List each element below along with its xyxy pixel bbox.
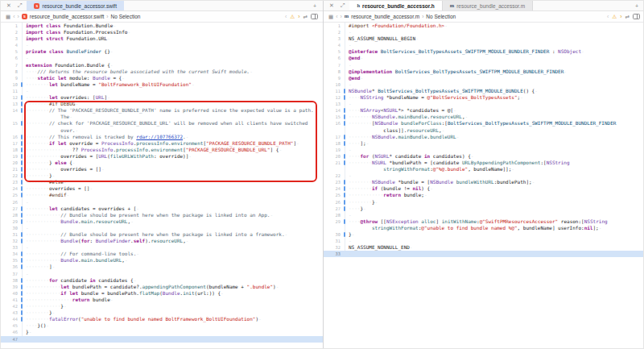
- code-line[interactable]: 18················?? ProcessInfo.process…: [1, 147, 323, 153]
- code-line[interactable]: 25············return bundle;-: [324, 192, 644, 198]
- code-line[interactable]: 5private class BundleFinder {}-: [1, 48, 323, 55]
- code-line[interactable]: 26-: [1, 199, 323, 206]
- code-editor-swift[interactable]: 1import class Foundation.Bundle-2import …: [1, 23, 323, 348]
- code-line[interactable]: 20········} else {-: [1, 160, 323, 166]
- adjust-editor-options-icon[interactable]: [311, 14, 318, 19]
- related-items-icon[interactable]: ▦: [6, 14, 10, 20]
- code-line[interactable]: 3import struct Foundation.URL-: [1, 35, 323, 42]
- back-icon[interactable]: ‹: [336, 14, 337, 19]
- code-line[interactable]: 16········// This removal is tracked by …: [1, 134, 323, 140]
- breadcrumb-file[interactable]: resource_bundle_accessor.swift: [30, 14, 105, 19]
- code-line[interactable]: 31-: [324, 238, 644, 244]
- code-line[interactable]: 13-: [324, 101, 644, 107]
- code-line[interactable]: 21············overrides = []-: [1, 166, 323, 172]
- code-line[interactable]: 17········if let override = ProcessInfo.…: [1, 140, 323, 147]
- code-line[interactable]: 32············Bundle(for: BundleFinder.s…: [1, 238, 323, 244]
- back-icon[interactable]: ‹: [13, 14, 14, 19]
- code-line[interactable]: 2import class Foundation.ProcessInfo-: [1, 29, 323, 35]
- forward-icon[interactable]: ›: [341, 14, 342, 19]
- code-line[interactable]: 30-: [1, 225, 323, 231]
- code-line[interactable]: 8@implementation BoltServices_BoltTypesA…: [324, 69, 644, 75]
- code-line[interactable]: 10········let bundleName = "BoltFramewor…: [1, 81, 323, 88]
- code-line[interactable]: 24········if (bundle != nil) {-: [324, 185, 644, 192]
- tab-resource_bundle_accessor.m[interactable]: mresource_bundle_accessor.m: [442, 1, 533, 10]
- tab-resource_bundle_accessor.swift[interactable]: sresource_bundle_accessor.swift: [27, 1, 124, 10]
- code-line[interactable]: 9@end-: [324, 75, 644, 81]
- code-line[interactable]: 23········NSBundle *bundle = [NSBundle b…: [324, 179, 644, 185]
- close-split-icon[interactable]: ✕: [324, 1, 337, 10]
- code-line[interactable]: 46}-: [1, 329, 323, 335]
- code-line[interactable]: 38········for candidate in candidates {-: [1, 277, 323, 284]
- code-line[interactable]: 1import class Foundation.Bundle-: [1, 23, 323, 29]
- code-line[interactable]: 17········NSBundle.mainBundle.bundleURL-: [324, 134, 644, 140]
- forward-icon[interactable]: ›: [18, 14, 19, 19]
- code-line[interactable]: 4-: [324, 42, 644, 48]
- code-line[interactable]: 2-: [324, 29, 644, 35]
- breadcrumb-selection[interactable]: No Selection: [111, 14, 141, 19]
- code-line[interactable]: 25········#endif-: [1, 192, 323, 198]
- code-line[interactable]: stringWithFormat:@"%@.bundle", bundleNam…: [324, 166, 644, 172]
- code-line[interactable]: 32NS_ASSUME_NONNULL_END-: [324, 244, 644, 251]
- code-line[interactable]: 27········let candidates = overrides + […: [1, 206, 323, 212]
- code-line[interactable]: 10-: [324, 81, 644, 88]
- code-line[interactable]: 44········fatalError("unable to find bun…: [1, 316, 323, 322]
- add-tab-icon[interactable]: +: [632, 1, 642, 10]
- code-line[interactable]: 21········NSURL *bundlePath = [candidate…: [324, 160, 644, 166]
- code-line[interactable]: 3NS_ASSUME_NONNULL_BEGIN-: [324, 35, 644, 42]
- add-tab-icon[interactable]: +: [310, 1, 320, 10]
- code-line[interactable]: The-: [1, 114, 323, 120]
- code-review-icon[interactable]: ⇄: [303, 14, 308, 20]
- code-line[interactable]: 8····/// Returns the resource bundle ass…: [1, 69, 323, 75]
- code-line[interactable]: 6@end-: [324, 55, 644, 61]
- code-line[interactable]: 20····for (NSURL* candidate in candidate…: [324, 153, 644, 160]
- code-line[interactable]: 5@interface BoltServices_BoltTypesAssets…: [324, 48, 644, 55]
- code-line[interactable]: 40············if let bundle = bundlePath…: [1, 290, 323, 297]
- code-line[interactable]: 37-: [1, 271, 323, 277]
- code-line[interactable]: 31············// Bundle should be presen…: [1, 231, 323, 238]
- code-line[interactable]: 45····}()-: [1, 322, 323, 329]
- code-line[interactable]: 14········// The 'PACKAGE_RESOURCE_BUNDL…: [1, 107, 323, 114]
- warning-icon[interactable]: ⚠: [290, 14, 295, 20]
- code-line[interactable]: 30}-: [324, 231, 644, 238]
- code-line[interactable]: 36········]-: [1, 264, 323, 270]
- tab-resource_bundle_accessor.h[interactable]: hresource_bundle_accessor.h: [349, 1, 441, 10]
- code-line[interactable]: 7-: [324, 62, 644, 69]
- code-line[interactable]: 16········[NSBundle bundleForClass:[Bolt…: [324, 120, 644, 127]
- next-issue-icon[interactable]: ›: [298, 14, 299, 19]
- code-line[interactable]: 15········// check for 'PACKAGE_RESOURCE…: [1, 120, 323, 127]
- code-line[interactable]: 43········}-: [1, 310, 323, 316]
- code-line[interactable]: 13········#if DEBUG-: [1, 101, 323, 107]
- code-line[interactable]: 12········let overrides: [URL]-: [1, 94, 323, 101]
- code-line[interactable]: 22········}-: [1, 172, 323, 179]
- code-line[interactable]: 12····NSString *bundleName = @"BoltServi…: [324, 94, 644, 101]
- code-line[interactable]: 7extension Foundation.Bundle {-: [1, 62, 323, 69]
- code-line[interactable]: 23········#else-: [1, 179, 323, 185]
- code-line[interactable]: 29····@throw [[NSException alloc] initWi…: [324, 218, 644, 225]
- code-line[interactable]: 18····];-: [324, 140, 644, 147]
- warning-icon[interactable]: ⚠: [612, 14, 617, 20]
- code-line[interactable]: 35············Bundle.main.bundleURL,-: [1, 257, 323, 264]
- code-line[interactable]: 39············let bundlePath = candidate…: [1, 284, 323, 290]
- related-items-icon[interactable]: ▦: [328, 14, 333, 20]
- code-line[interactable]: 15········NSBundle.mainBundle.resourceUR…: [324, 114, 644, 120]
- code-line[interactable]: stringWithFormat:@"unable to find bundle…: [324, 225, 644, 231]
- code-line[interactable]: 11-: [1, 88, 323, 94]
- code-line[interactable]: 34············// For command-line tools.…: [1, 251, 323, 257]
- code-line[interactable]: 9····static let module: Bundle = {-: [1, 75, 323, 81]
- code-line[interactable]: 33-: [324, 251, 644, 257]
- code-line[interactable]: 11NSBundle* BoltServices_BoltTypesAssets…: [324, 88, 644, 94]
- code-line[interactable]: 29············Bundle.main.resourceURL,-: [1, 218, 323, 225]
- expand-editor-icon[interactable]: ⤢: [337, 1, 349, 10]
- code-line[interactable]: 27····}-: [324, 206, 644, 212]
- breadcrumb-selection[interactable]: No Selection: [426, 14, 456, 19]
- code-editor-objc[interactable]: 1#import <Foundation/Foundation.h>-2-3NS…: [324, 23, 644, 348]
- breadcrumb-file[interactable]: resource_bundle_accessor.m: [351, 14, 419, 19]
- code-line[interactable]: class]].resourceURL,-: [324, 127, 644, 134]
- previous-issue-icon[interactable]: ‹: [285, 14, 287, 19]
- close-split-icon[interactable]: ✕: [1, 1, 14, 10]
- code-line[interactable]: 19············overrides = [URL(fileURLWi…: [1, 153, 323, 160]
- code-review-icon[interactable]: ⇄: [625, 14, 630, 20]
- code-line[interactable]: 41················return bundle-: [1, 297, 323, 303]
- code-line[interactable]: 26········}-: [324, 199, 644, 206]
- code-line[interactable]: 4-: [1, 42, 323, 48]
